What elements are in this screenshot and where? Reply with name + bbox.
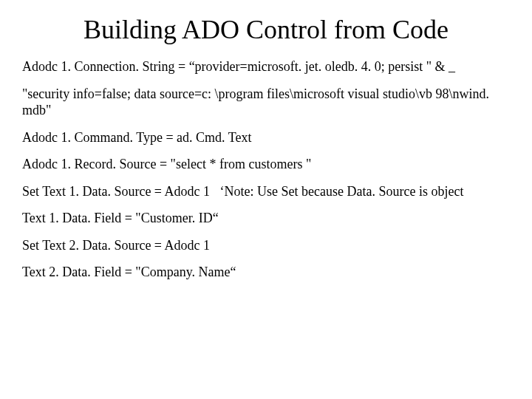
code-line: Text 1. Data. Field = "Customer. ID“ [22, 210, 510, 227]
slide-title: Building ADO Control from Code [22, 15, 510, 45]
slide: Building ADO Control from Code Adodc 1. … [0, 0, 532, 306]
code-line: Adodc 1. Connection. String = “provider=… [22, 58, 510, 75]
code-line: Set Text 2. Data. Source = Adodc 1 [22, 237, 510, 254]
code-line: Adodc 1. Command. Type = ad. Cmd. Text [22, 129, 510, 146]
code-line: Text 2. Data. Field = "Company. Name“ [22, 264, 510, 281]
code-line: Set Text 1. Data. Source = Adodc 1 ‘Note… [22, 183, 510, 200]
code-line: "security info=false; data source=c: \pr… [22, 86, 510, 119]
code-line: Adodc 1. Record. Source = "select * from… [22, 156, 510, 173]
